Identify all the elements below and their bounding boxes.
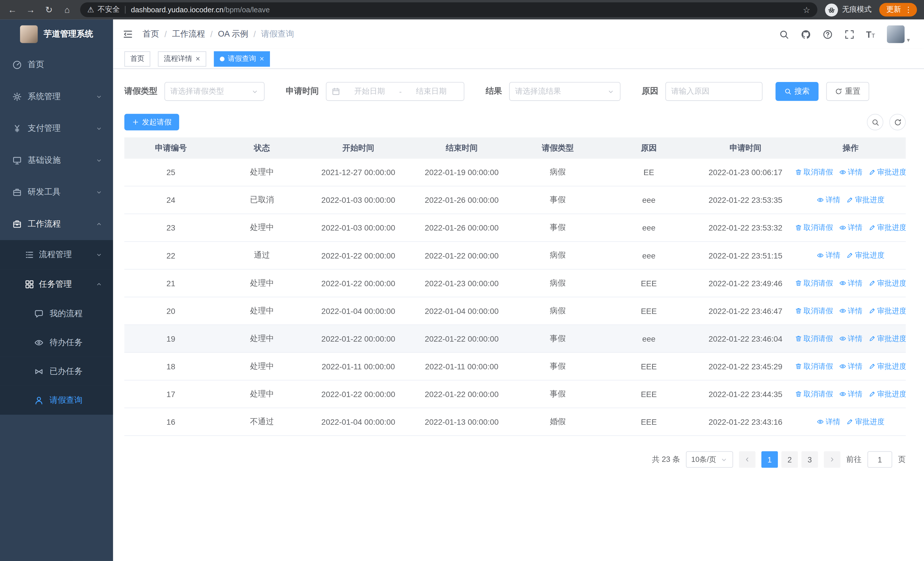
detail-link[interactable]: 详情 bbox=[839, 361, 862, 371]
reason-label: 原因 bbox=[642, 86, 658, 97]
browser-menu-icon[interactable]: ⋮ bbox=[904, 5, 912, 14]
detail-link[interactable]: 详情 bbox=[839, 223, 862, 233]
github-icon[interactable] bbox=[801, 29, 811, 39]
cancel-leave-link[interactable]: 取消请假 bbox=[796, 278, 833, 288]
tab-label: 首页 bbox=[130, 54, 144, 64]
progress-link[interactable]: 审批进度 bbox=[846, 417, 884, 427]
create-leave-button[interactable]: 发起请假 bbox=[124, 114, 179, 131]
cell-operations: 取消请假详情审批进度 bbox=[796, 361, 906, 371]
browser-back-icon[interactable]: ← bbox=[7, 5, 18, 14]
breadcrumb-item[interactable]: 首页 bbox=[142, 29, 159, 39]
breadcrumb-item[interactable]: 工作流程 bbox=[172, 29, 205, 39]
cancel-leave-link[interactable]: 取消请假 bbox=[796, 306, 833, 316]
detail-link[interactable]: 详情 bbox=[839, 278, 862, 288]
chevron-down-icon bbox=[96, 251, 103, 259]
prev-page-button[interactable] bbox=[739, 451, 756, 468]
breadcrumb: 首页/工作流程/OA 示例/请假查询 bbox=[142, 29, 294, 39]
edit-icon bbox=[868, 391, 876, 398]
apply-time-range-picker[interactable]: 开始日期 - 结束日期 bbox=[326, 82, 464, 101]
sidebar-item-task-mgmt[interactable]: 任务管理 bbox=[0, 270, 113, 299]
page-button-2[interactable]: 2 bbox=[782, 451, 798, 468]
sidebar-item-process-mgmt[interactable]: 流程管理 bbox=[0, 240, 113, 269]
view-tab-0[interactable]: 首页 bbox=[124, 51, 150, 66]
sidebar-item-infrastructure[interactable]: 基础设施 bbox=[0, 144, 113, 176]
goto-page-input[interactable] bbox=[867, 451, 892, 468]
sidebar-item-label: 基础设施 bbox=[28, 155, 61, 165]
cell-end-time: 2022-01-23 00:00:00 bbox=[410, 279, 513, 288]
sidebar-item-leave-query[interactable]: 请假查询 bbox=[0, 386, 113, 415]
detail-link[interactable]: 详情 bbox=[817, 195, 840, 205]
search-icon[interactable] bbox=[779, 29, 789, 39]
progress-link[interactable]: 审批进度 bbox=[868, 389, 906, 399]
page-button-3[interactable]: 3 bbox=[802, 451, 818, 468]
security-chip[interactable]: ⚠ 不安全 bbox=[87, 5, 120, 15]
sidebar-item-system[interactable]: 系统管理 bbox=[0, 81, 113, 113]
progress-link[interactable]: 审批进度 bbox=[846, 195, 884, 205]
cell-operations: 取消请假详情审批进度 bbox=[796, 167, 906, 177]
progress-link[interactable]: 审批进度 bbox=[868, 306, 906, 316]
sidebar-item-my-process[interactable]: 我的流程 bbox=[0, 299, 113, 328]
search-button[interactable]: 搜索 bbox=[776, 82, 819, 101]
cancel-leave-link[interactable]: 取消请假 bbox=[796, 167, 833, 177]
user-menu[interactable]: ▾ bbox=[887, 26, 910, 43]
detail-link[interactable]: 详情 bbox=[817, 251, 840, 260]
reset-button-label: 重置 bbox=[845, 86, 860, 97]
cancel-leave-link[interactable]: 取消请假 bbox=[796, 389, 833, 399]
close-icon[interactable]: × bbox=[260, 55, 264, 63]
refresh-table-icon[interactable] bbox=[889, 114, 906, 131]
page-button-1[interactable]: 1 bbox=[761, 451, 778, 468]
reset-button[interactable]: 重置 bbox=[826, 82, 869, 101]
task-icon bbox=[25, 280, 34, 289]
detail-link[interactable]: 详情 bbox=[839, 334, 862, 344]
browser-forward-icon[interactable]: → bbox=[26, 5, 36, 14]
detail-link[interactable]: 详情 bbox=[817, 417, 840, 427]
browser-reload-icon[interactable]: ↻ bbox=[44, 5, 54, 14]
sidebar-item-payment[interactable]: 支付管理 bbox=[0, 113, 113, 144]
detail-link[interactable]: 详情 bbox=[839, 306, 862, 316]
sidebar-item-home[interactable]: 首页 bbox=[0, 49, 113, 81]
cell-start-time: 2022-01-04 00:00:00 bbox=[306, 307, 410, 315]
cell-start-time: 2022-01-03 00:00:00 bbox=[306, 196, 410, 205]
app-logo[interactable]: 芋道管理系统 bbox=[0, 20, 113, 49]
sidebar-item-workflow[interactable]: 工作流程 bbox=[0, 208, 113, 240]
breadcrumb-item[interactable]: OA 示例 bbox=[218, 29, 248, 39]
result-select[interactable]: 请选择流结果 bbox=[509, 82, 620, 101]
fullscreen-icon[interactable] bbox=[844, 29, 854, 39]
view-tab-1[interactable]: 流程详情× bbox=[158, 51, 206, 66]
sidebar-toggle-icon[interactable] bbox=[123, 29, 133, 39]
column-header: 操作 bbox=[796, 143, 906, 153]
toggle-search-icon[interactable] bbox=[867, 114, 884, 131]
cell-end-time: 2022-01-22 00:00:00 bbox=[410, 251, 513, 260]
sidebar-item-done-tasks[interactable]: 已办任务 bbox=[0, 357, 113, 386]
cell-end-time: 2022-01-26 00:00:00 bbox=[410, 223, 513, 232]
cancel-leave-link[interactable]: 取消请假 bbox=[796, 223, 833, 233]
cell-end-time: 2022-01-22 00:00:00 bbox=[410, 390, 513, 399]
view-tab-2[interactable]: 请假查询× bbox=[214, 51, 270, 66]
cell-reason: EEE bbox=[602, 362, 695, 371]
font-size-icon[interactable]: TT bbox=[866, 30, 875, 39]
close-icon[interactable]: × bbox=[196, 55, 200, 63]
progress-link[interactable]: 审批进度 bbox=[846, 251, 884, 260]
cancel-leave-link[interactable]: 取消请假 bbox=[796, 361, 833, 371]
help-icon[interactable] bbox=[822, 29, 832, 39]
cell-status: 通过 bbox=[218, 250, 306, 261]
bookmark-star-icon[interactable]: ☆ bbox=[803, 5, 810, 15]
sidebar-item-dev-tools[interactable]: 研发工具 bbox=[0, 176, 113, 208]
progress-link[interactable]: 审批进度 bbox=[868, 334, 906, 344]
progress-link[interactable]: 审批进度 bbox=[868, 278, 906, 288]
sidebar-item-todo-tasks[interactable]: 待办任务 bbox=[0, 328, 113, 357]
page-size-select[interactable]: 10条/页 bbox=[686, 451, 733, 468]
reason-input[interactable]: 请输入原因 bbox=[665, 82, 762, 101]
leave-type-select[interactable]: 请选择请假类型 bbox=[164, 82, 264, 101]
detail-link[interactable]: 详情 bbox=[839, 389, 862, 399]
detail-link[interactable]: 详情 bbox=[839, 167, 862, 177]
address-bar[interactable]: ⚠ 不安全 dashboard.yudao.iocoder.cn/bpm/oa/… bbox=[80, 2, 817, 17]
chevron-up-icon bbox=[96, 281, 103, 288]
progress-link[interactable]: 审批进度 bbox=[868, 361, 906, 371]
progress-link[interactable]: 审批进度 bbox=[868, 167, 906, 177]
chrome-update-button[interactable]: 更新 ⋮ bbox=[879, 3, 917, 16]
browser-home-icon[interactable]: ⌂ bbox=[62, 5, 72, 14]
progress-link[interactable]: 审批进度 bbox=[868, 223, 906, 233]
cancel-leave-link[interactable]: 取消请假 bbox=[796, 334, 833, 344]
next-page-button[interactable] bbox=[824, 451, 840, 468]
